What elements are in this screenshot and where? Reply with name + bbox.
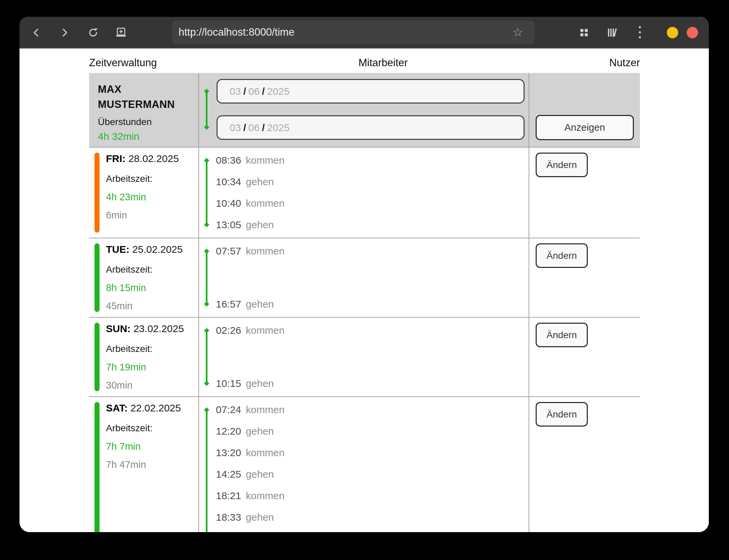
entry-time: 07:57 [216, 246, 241, 256]
day-timeline [206, 251, 207, 304]
aendern-button[interactable]: Ändern [536, 243, 588, 268]
day-abbr: SUN: [106, 323, 130, 334]
entry-action: kommen [246, 448, 284, 458]
day-row: TUE: 25.02.2025 Arbeitszeit: 8h 15min 45… [89, 238, 640, 318]
day-title: SAT: 22.02.2025 [106, 402, 198, 414]
aendern-button[interactable]: Ändern [536, 153, 588, 177]
back-icon[interactable] [31, 28, 41, 38]
day-summary-cell: SUN: 23.02.2025 Arbeitszeit: 7h 19min 30… [89, 318, 198, 396]
browser-window: http://localhost:8000/time ☆ [20, 17, 709, 532]
worktime-label: Arbeitszeit: [106, 422, 198, 434]
entry-time: 12:20 [216, 426, 241, 436]
day-timeline [206, 410, 207, 532]
main-nav: Zeitverwaltung Mitarbeiter Nutzer [89, 57, 640, 69]
time-entries-cell: 07:24 kommen 12:20 gehen 13:20 kommen 14… [198, 397, 529, 532]
time-entry: 07:57 kommen [216, 246, 529, 256]
entry-action: gehen [246, 299, 274, 309]
day-row: SAT: 22.02.2025 Arbeitszeit: 7h 7min 7h … [89, 397, 640, 532]
time-table: MAX MUSTERMANN Überstunden 4h 32min 03/0… [89, 73, 640, 532]
bookmark-star-icon[interactable]: ☆ [512, 26, 523, 38]
entry-time: 08:36 [216, 155, 241, 165]
date-range-cell: 03/06/2025 03/06/2025 [198, 73, 529, 147]
entry-action: gehen [246, 426, 274, 436]
day-summary-cell: TUE: 25.02.2025 Arbeitszeit: 8h 15min 45… [89, 238, 198, 317]
entry-action: gehen [246, 220, 274, 230]
url-text[interactable]: http://localhost:8000/time [179, 26, 512, 38]
user-summary: MAX MUSTERMANN Überstunden 4h 32min [89, 73, 198, 147]
worktime-value: 4h 23min [106, 191, 198, 203]
overtime-value: 4h 32min [98, 131, 198, 142]
entry-action: kommen [246, 246, 284, 256]
nav-item-mitarbeiter[interactable]: Mitarbeiter [358, 57, 408, 69]
day-row: SUN: 23.02.2025 Arbeitszeit: 7h 19min 30… [89, 318, 640, 397]
minimize-button[interactable] [667, 27, 678, 38]
time-entries-cell: 02:26 kommen 10:15 gehen [198, 318, 529, 396]
day-summary-cell: FRI: 28.02.2025 Arbeitszeit: 4h 23min 6m… [89, 148, 198, 238]
entry-time: 14:25 [216, 469, 241, 479]
aendern-button[interactable]: Ändern [536, 323, 588, 347]
day-timeline [206, 160, 207, 225]
nav-item-zeitverwaltung[interactable]: Zeitverwaltung [89, 57, 157, 69]
worktime-value: 7h 7min [106, 440, 198, 452]
new-tab-icon[interactable] [115, 27, 127, 38]
anzeigen-button[interactable]: Anzeigen [536, 115, 634, 140]
entry-time: 02:26 [216, 325, 241, 335]
day-summary-cell: SAT: 22.02.2025 Arbeitszeit: 7h 7min 7h … [89, 397, 198, 532]
time-entry: 08:36 kommen [216, 155, 529, 165]
page-content: Zeitverwaltung Mitarbeiter Nutzer MAX MU… [20, 49, 709, 532]
worktime-value: 8h 15min [106, 282, 198, 294]
entry-time: 10:40 [216, 198, 241, 208]
time-entry: 16:57 gehen [216, 299, 529, 309]
tab-overview-icon[interactable] [579, 28, 589, 38]
user-name-line1: MAX [98, 82, 198, 97]
day-date: 23.02.2025 [133, 323, 184, 334]
entry-time: 18:21 [216, 491, 241, 501]
time-entry: 18:21 kommen [216, 491, 529, 501]
date-to-input[interactable]: 03/06/2025 [217, 115, 525, 140]
day-rows: FRI: 28.02.2025 Arbeitszeit: 4h 23min 6m… [89, 148, 640, 532]
day-status-bar [94, 402, 100, 532]
overtime-label: Überstunden [98, 117, 198, 127]
time-entry: 14:25 gehen [216, 469, 529, 479]
time-entry: 13:05 gehen [216, 220, 529, 230]
entry-action: gehen [246, 378, 274, 389]
worktime-label: Arbeitszeit: [106, 343, 198, 355]
day-abbr: SAT: [106, 402, 127, 413]
reload-icon[interactable] [87, 27, 99, 38]
entry-action: gehen [246, 469, 274, 479]
menu-kebab-icon[interactable] [639, 26, 641, 39]
entry-time: 13:05 [216, 220, 241, 230]
day-action-cell: Ändern [529, 238, 640, 317]
time-entry: 10:40 kommen [216, 198, 529, 208]
url-bar[interactable]: http://localhost:8000/time ☆ [172, 21, 535, 44]
entry-action: kommen [246, 198, 284, 208]
date-from-input[interactable]: 03/06/2025 [217, 79, 525, 104]
entry-time: 07:24 [216, 405, 241, 415]
day-title: TUE: 25.02.2025 [106, 243, 198, 255]
entry-time: 10:15 [216, 378, 241, 389]
day-abbr: TUE: [106, 244, 129, 255]
library-icon[interactable] [607, 27, 617, 38]
time-entry: 13:20 kommen [216, 448, 529, 458]
day-action-cell: Ändern [529, 318, 640, 396]
day-date: 22.02.2025 [130, 402, 181, 413]
user-name-line2: MUSTERMANN [98, 97, 198, 112]
close-button[interactable] [687, 27, 698, 38]
day-status-bar [94, 153, 100, 233]
entry-action: kommen [246, 491, 284, 501]
worktime-secondary: 45min [106, 300, 198, 312]
day-status-bar [94, 243, 100, 312]
aendern-button[interactable]: Ändern [536, 402, 588, 427]
entry-action: gehen [246, 512, 274, 522]
entry-time: 16:57 [216, 299, 241, 309]
entry-time: 10:34 [216, 177, 241, 187]
filter-row: MAX MUSTERMANN Überstunden 4h 32min 03/0… [89, 73, 640, 148]
browser-toolbar: http://localhost:8000/time ☆ [20, 17, 709, 49]
day-abbr: FRI: [106, 153, 125, 164]
worktime-label: Arbeitszeit: [106, 173, 198, 185]
time-entry: 10:34 gehen [216, 177, 529, 187]
entry-action: kommen [246, 325, 284, 335]
forward-icon[interactable] [60, 28, 70, 38]
worktime-secondary: 6min [106, 209, 198, 221]
nav-item-nutzer[interactable]: Nutzer [609, 57, 640, 69]
